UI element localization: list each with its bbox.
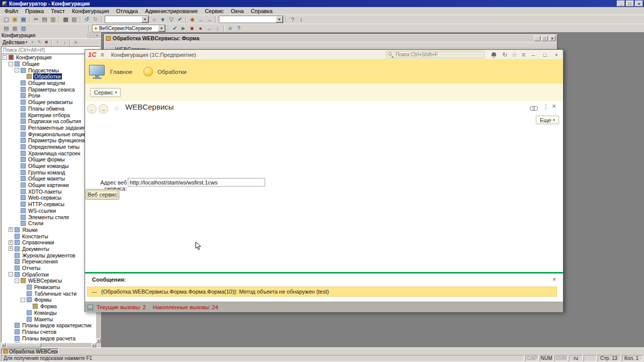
configuration-store-icon[interactable]: ▦ [11,24,19,32]
tree-node[interactable]: Общие картинки [2,182,96,189]
evaluate-expression-icon[interactable]: ≡ [226,24,234,32]
tree-node[interactable]: Макеты [2,316,96,322]
back-button[interactable]: ← [87,104,97,114]
collapse-icon[interactable]: - [9,62,13,66]
new-icon[interactable]: ▢ [2,16,11,24]
close-panel-icon[interactable]: × [94,33,100,38]
dropdown-arrow-icon[interactable]: ▾ [276,16,283,23]
about-icon[interactable]: i [297,16,305,24]
help-icon[interactable]: ? [234,24,243,32]
save-icon[interactable]: ▦ [19,16,28,24]
expand-icon[interactable]: + [9,246,13,251]
tree-node[interactable]: Параметры функциональных опций [2,137,96,144]
bookmark-icon[interactable]: ◆ [188,16,197,24]
collapse-icon[interactable]: - [15,279,19,283]
tree-node[interactable]: Группы команд [2,169,96,175]
step-over-icon[interactable]: → [205,24,213,32]
tree-node[interactable]: Роли [2,93,96,99]
tree-node[interactable]: Подписки на события [2,118,96,125]
enterprise-titlebar[interactable]: 1С ≡ Конфигурация (1С:Предприятие) Поиск… [85,50,563,60]
tree-node[interactable]: -Формы [2,297,96,303]
undo-icon[interactable]: ↺ [83,16,91,24]
enterprise-maximize-button[interactable]: □ [541,52,548,58]
scroll-right-icon[interactable]: ► [92,343,96,347]
tree-node[interactable]: Журналы документов [2,252,96,258]
find-next-icon[interactable]: ▼ [158,16,167,24]
enterprise-minimize-button[interactable]: – [530,52,537,58]
mdi-close-button[interactable]: × [549,36,555,41]
compare-icon[interactable]: ▥ [19,24,28,32]
expand-icon[interactable]: + [9,227,13,232]
scroll-left-icon[interactable]: ◄ [1,343,6,347]
collapse-icon[interactable]: - [9,272,13,277]
expand-icon[interactable]: + [9,240,13,245]
tree-node[interactable]: Перечисления [2,258,96,265]
tree-node[interactable]: Реквизиты [2,284,96,291]
dropdown-arrow-icon[interactable]: ▾ [158,25,165,32]
history-icon[interactable]: ↻ [502,52,507,58]
tree-node[interactable]: Регламентные задания [2,125,96,131]
favorite-star-icon[interactable]: ☆ [114,105,120,112]
more-button[interactable]: Еще ▾ [536,116,559,124]
section-main[interactable]: Главное [88,63,132,80]
next-bookmark-icon[interactable]: → [205,16,214,24]
redo-icon[interactable]: ↻ [91,16,100,24]
prev-bookmark-icon[interactable]: ← [197,16,205,24]
paste-icon[interactable]: ▥ [49,16,57,24]
section-processing[interactable]: Обработки [143,67,187,76]
tree-node[interactable]: +Справочники [2,239,96,246]
tree-node[interactable]: Обработки [2,73,96,80]
notifications-icon[interactable] [491,51,498,58]
dropdown-arrow-icon[interactable]: ▾ [141,16,148,23]
collapse-icon[interactable]: - [21,298,25,302]
move-down-icon[interactable]: ↓ [61,39,68,46]
delete-icon[interactable]: ✖ [43,39,50,46]
tree-node[interactable]: -WEBСервисы [2,278,96,284]
close-button[interactable]: × [635,1,643,7]
tree-node[interactable]: Определяемые типы [2,144,96,150]
tree-node[interactable]: Стили [2,220,96,227]
menu-item[interactable]: Правка [22,8,47,14]
float-panel-icon[interactable]: ▫ [88,33,93,38]
help-icon[interactable]: ? [288,16,297,24]
more-dots-icon[interactable]: ⋮ [543,103,549,110]
forward-button[interactable]: → [99,104,108,114]
tree-node[interactable]: +Языки [2,227,96,233]
menu-item[interactable]: Сервис [201,8,227,14]
tree-node[interactable]: -Обработки [2,271,96,278]
minimize-button[interactable]: _ [617,1,625,7]
print-icon[interactable]: ▩ [61,16,70,24]
edit-icon[interactable]: ✎ [36,39,43,46]
tree-node[interactable]: Хранилища настроек [2,150,96,156]
menu-item[interactable]: Окна [227,8,248,14]
tree-node[interactable]: XDTO-пакеты [2,188,96,195]
sort-icon[interactable]: ≡ [72,39,79,46]
find-icon[interactable]: ○ [150,16,158,24]
tree-node[interactable]: Общие макеты [2,175,96,182]
tree-node[interactable]: Web-сервисы [2,195,96,201]
tree-horizontal-scrollbar[interactable]: ◄ ► [1,343,96,347]
tree-node[interactable]: Планы обмена [2,106,96,112]
menu-item[interactable]: Файл [1,8,22,14]
tree-node[interactable]: -Общие [2,61,96,67]
minimized-window-tab[interactable]: Обработка WEBСервисы: ... [1,348,58,354]
step-into-icon[interactable]: ↓ [213,24,222,32]
scrollbar-thumb[interactable] [6,343,41,347]
sections-combo[interactable]: ▾ [219,16,283,23]
open-icon[interactable]: ▣ [11,16,19,24]
tree-node[interactable]: Параметры сеанса [2,86,96,93]
tree-node[interactable]: Команды [2,310,96,316]
actions-menu-button[interactable]: Действия ▾ [1,39,29,45]
menu-item[interactable]: Справка [247,8,276,14]
tree-node[interactable]: Общие модули [2,80,96,86]
maximize-button[interactable]: □ [626,1,634,7]
tree-node[interactable]: Элементы стиля [2,214,96,220]
mdi-maximize-button[interactable]: □ [541,36,548,41]
titlebar-menu-icon[interactable]: ≡ [522,52,525,58]
tree-node[interactable]: Общие формы [2,156,96,163]
menu-item[interactable]: Администрирование [141,8,201,14]
tree-node[interactable]: -Подсистемы [2,67,96,73]
address-input[interactable] [128,178,265,187]
messages-close-icon[interactable]: × [552,276,556,283]
scroll-down-icon[interactable]: ▼ [96,338,101,343]
